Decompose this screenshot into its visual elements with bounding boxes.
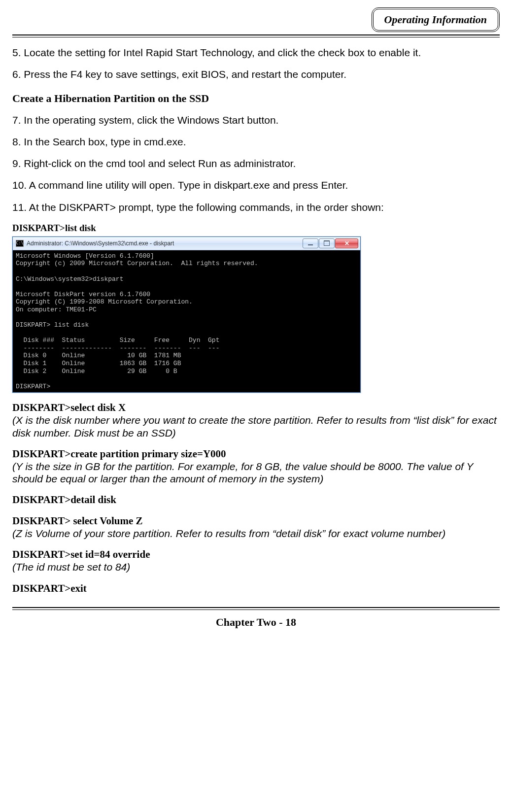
step-7: 7. In the operating system, click the Wi… [12, 114, 500, 127]
section-heading: Create a Hibernation Partition on the SS… [12, 92, 500, 105]
maximize-icon [324, 240, 330, 246]
cmd-select-volume: DISKPART> select Volume Z [12, 515, 500, 527]
page-header: Operating Information [12, 10, 500, 37]
step-9: 9. Right-click on the cmd tool and selec… [12, 157, 500, 170]
minimize-icon [308, 244, 313, 245]
diskpart-list-disk-label: DISKPART>list disk [12, 223, 500, 234]
window-titlebar: C:\ Administrator: C:\Windows\System32\c… [13, 237, 360, 250]
footer-rule [12, 607, 500, 610]
minimize-button[interactable] [303, 238, 318, 248]
step-11: 11. At the DISKPART> prompt, type the fo… [12, 201, 500, 214]
maximize-button[interactable] [319, 238, 335, 248]
step-8: 8. In the Search box, type in cmd.exe. [12, 135, 500, 148]
header-badge: Operating Information [372, 7, 500, 32]
window-title: Administrator: C:\Windows\System32\cmd.e… [27, 240, 303, 247]
cmd-select-disk-note: (X is the disk number where you want to … [12, 414, 500, 439]
cmd-select-volume-note: (Z is Volume of your store partition. Re… [12, 527, 500, 540]
close-icon: ✕ [344, 240, 349, 246]
header-rule [12, 34, 500, 37]
page-footer: Chapter Two - 18 [12, 616, 500, 641]
cmd-set-id: DISKPART>set id=84 override [12, 548, 500, 561]
cmd-create-partition: DISKPART>create partition primary size=Y… [12, 448, 500, 460]
cmd-create-partition-note: (Y is the size in GB for the partition. … [12, 460, 500, 485]
cmd-icon: C:\ [16, 240, 24, 247]
command-prompt-window: C:\ Administrator: C:\Windows\System32\c… [12, 237, 361, 393]
cmd-detail-disk: DISKPART>detail disk [12, 494, 500, 506]
cmd-select-disk: DISKPART>select disk X [12, 402, 500, 414]
close-button[interactable]: ✕ [335, 238, 358, 248]
step-6: 6. Press the F4 key to save settings, ex… [12, 68, 500, 81]
cmd-set-id-note: (The id must be set to 84) [12, 561, 500, 573]
window-controls: ✕ [303, 238, 358, 248]
step-5: 5. Locate the setting for Intel Rapid St… [12, 46, 500, 59]
step-10: 10. A command line utility will open. Ty… [12, 179, 500, 192]
cmd-exit: DISKPART>exit [12, 582, 500, 595]
terminal-output: Microsoft Windows [Version 6.1.7600] Cop… [13, 250, 360, 393]
